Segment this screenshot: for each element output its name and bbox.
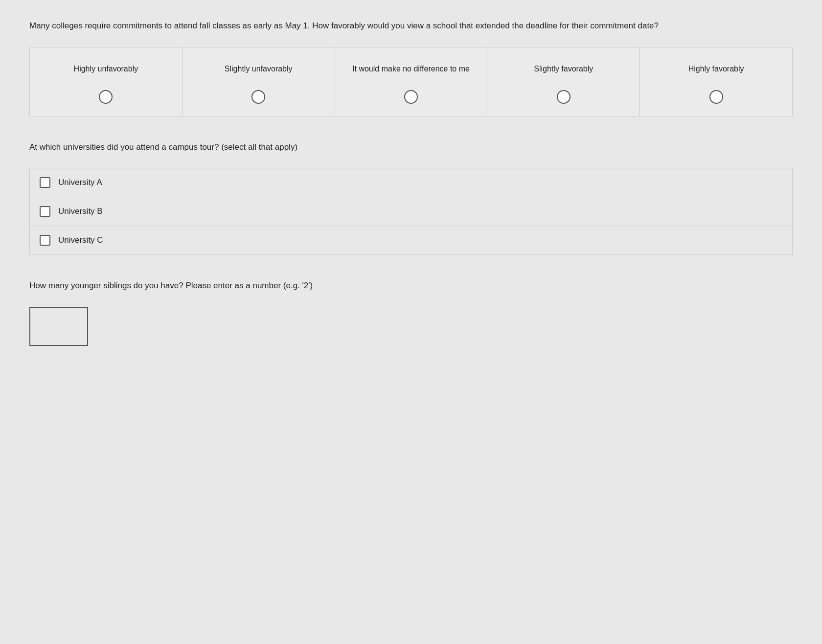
siblings-input[interactable] bbox=[29, 307, 88, 346]
radio-input-highly-fav[interactable] bbox=[709, 90, 723, 104]
question-3-text: How many younger siblings do you have? P… bbox=[29, 279, 793, 292]
question-2-text: At which universities did you attend a c… bbox=[29, 141, 793, 154]
checkbox-label-univ-c: University C bbox=[58, 235, 103, 245]
question-1-text: Many colleges require commitments to att… bbox=[29, 20, 793, 32]
radio-input-highly-unfav[interactable] bbox=[99, 90, 113, 104]
checkbox-row-univ-c[interactable]: University C bbox=[29, 226, 793, 255]
checkbox-univ-b[interactable] bbox=[40, 206, 50, 217]
radio-label-highly-fav: Highly favorably bbox=[688, 57, 744, 81]
radio-cell-highly-unfav[interactable]: Highly unfavorably bbox=[30, 47, 183, 116]
radio-label-no-diff: It would make no difference to me bbox=[352, 57, 470, 81]
question-1-section: Many colleges require commitments to att… bbox=[29, 20, 793, 116]
radio-label-slightly-unfav: Slightly unfavorably bbox=[225, 57, 293, 81]
checkbox-label-univ-a: University A bbox=[58, 178, 102, 187]
question-3-section: How many younger siblings do you have? P… bbox=[29, 279, 793, 346]
radio-grid: Highly unfavorably Slightly unfavorably … bbox=[29, 47, 793, 116]
radio-cell-slightly-unfav[interactable]: Slightly unfavorably bbox=[183, 47, 335, 116]
checkbox-list: University A University B University C bbox=[29, 168, 793, 255]
checkbox-univ-a[interactable] bbox=[40, 177, 50, 188]
question-2-section: At which universities did you attend a c… bbox=[29, 141, 793, 255]
checkbox-univ-c[interactable] bbox=[40, 235, 50, 246]
radio-input-no-diff[interactable] bbox=[404, 90, 418, 104]
radio-label-slightly-fav: Slightly favorably bbox=[534, 57, 593, 81]
checkbox-row-univ-b[interactable]: University B bbox=[29, 197, 793, 226]
radio-label-highly-unfav: Highly unfavorably bbox=[74, 57, 138, 81]
radio-cell-highly-fav[interactable]: Highly favorably bbox=[640, 47, 792, 116]
checkbox-row-univ-a[interactable]: University A bbox=[29, 168, 793, 197]
radio-cell-no-diff[interactable]: It would make no difference to me bbox=[335, 47, 488, 116]
radio-input-slightly-unfav[interactable] bbox=[251, 90, 265, 104]
radio-input-slightly-fav[interactable] bbox=[557, 90, 571, 104]
checkbox-label-univ-b: University B bbox=[58, 207, 103, 216]
radio-cell-slightly-fav[interactable]: Slightly favorably bbox=[487, 47, 640, 116]
